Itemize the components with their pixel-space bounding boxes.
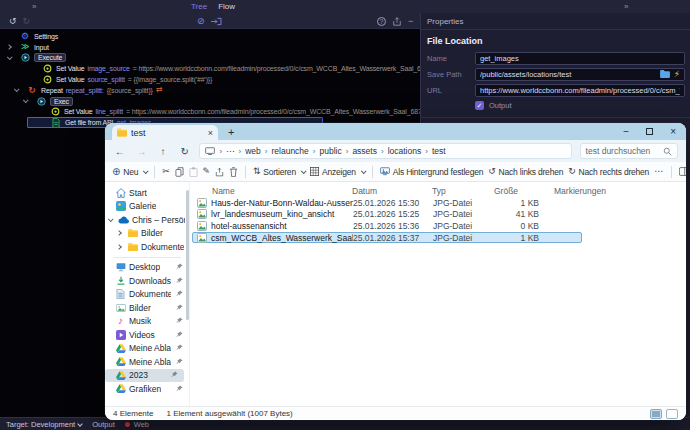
expander[interactable]: [6, 45, 20, 49]
tree-row-set-value-line-splitt[interactable]: Set Valueline_splitt= https://www.worldc…: [0, 107, 420, 118]
back-icon[interactable]: ←: [113, 146, 127, 157]
sidebar-item-label: 2023: [129, 370, 148, 380]
toolbar-copy-icon-button[interactable]: [175, 167, 184, 177]
sidebar-item-downloads[interactable]: Downloads: [105, 274, 189, 288]
forward-icon[interactable]: →: [135, 146, 149, 157]
sidebar-item-desktop[interactable]: Desktop: [105, 261, 189, 275]
column-header-markierungen[interactable]: Markierungen: [540, 186, 610, 196]
expander[interactable]: [108, 218, 115, 222]
minimize-icon[interactable]: −: [623, 126, 629, 137]
tree-row-input[interactable]: ≫Input: [0, 42, 420, 53]
sidebar-item-galerie[interactable]: Galerie: [105, 200, 189, 214]
pin-icon: [174, 263, 185, 270]
expander[interactable]: [22, 99, 36, 103]
breadcrumb-item[interactable]: locations: [388, 146, 422, 156]
close-icon[interactable]: ×: [670, 126, 676, 137]
paste-icon: [189, 167, 198, 177]
breadcrumb-item[interactable]: web: [245, 146, 261, 156]
breadcrumb[interactable]: ›⋯›web›relaunche›public›assets›locations…: [199, 143, 571, 159]
tree-row-settings[interactable]: ⚙Settings: [0, 31, 420, 42]
sidebar-item-meine-ablage-info[interactable]: Meine Ablage (info@: [105, 342, 189, 356]
file-row[interactable]: hotel-aussenansicht25.01.2026 15:36JPG-D…: [192, 220, 582, 232]
minimize-panel-icon[interactable]: −: [408, 16, 413, 26]
breadcrumb-separator: ›: [239, 147, 242, 156]
maximize-icon[interactable]: [646, 128, 653, 135]
step-out-icon[interactable]: [211, 17, 222, 26]
redo-icon[interactable]: ↻: [23, 16, 31, 26]
share-icon[interactable]: [392, 17, 402, 26]
refresh-icon[interactable]: ↻: [178, 146, 192, 157]
tab-flow[interactable]: Flow: [218, 2, 235, 11]
toolbar-new-button[interactable]: ⊕Neu: [112, 167, 147, 177]
sidebar-item-2023[interactable]: 2023: [105, 369, 184, 383]
large-icons-view-icon[interactable]: [666, 409, 678, 419]
undo-icon[interactable]: ↺: [9, 16, 17, 26]
collapse-right-icon[interactable]: »: [624, 2, 627, 11]
collapse-left-icon[interactable]: »: [32, 2, 35, 11]
search-input[interactable]: test durchsuchen: [580, 143, 678, 159]
column-header-typ[interactable]: Typ: [432, 186, 494, 196]
tree-row-set-value-image-source[interactable]: Set Valueimage_source= https://www.world…: [0, 63, 420, 74]
toolbar-paste-icon-button[interactable]: [189, 167, 198, 177]
tab-tree[interactable]: Tree: [191, 2, 207, 11]
breadcrumb-item[interactable]: ⋯: [226, 146, 235, 156]
tree-row-value: = {{image_source.split('##')}}: [128, 76, 212, 83]
field-input[interactable]: /public/assets/locations/test⚡: [475, 68, 685, 81]
target-selector[interactable]: Target: Development: [6, 420, 82, 429]
checkbox-checked-icon[interactable]: ✓: [475, 101, 484, 110]
sidebar-item-videos[interactable]: Videos: [105, 328, 189, 342]
sidebar-item-start[interactable]: Start: [105, 186, 189, 200]
field-input[interactable]: get_images: [475, 52, 685, 65]
expander[interactable]: [13, 88, 27, 92]
toolbar-more-icon-button[interactable]: ⋯: [654, 167, 664, 176]
tree-row-repeat[interactable]: ↻Repeatrepeat_splitt:{{source_splitt}}⇄: [0, 85, 420, 96]
toolbar-rotate-right-button[interactable]: ↻Nach rechts drehen: [568, 167, 649, 177]
new-tab-button[interactable]: +: [228, 127, 234, 137]
toolbar-rename-icon-button[interactable]: ✎: [203, 167, 210, 176]
field-input[interactable]: https://www.worldccbonn.com/fileadmin/pr…: [475, 84, 685, 97]
column-header-gr-e[interactable]: Größe: [494, 186, 540, 196]
file-row[interactable]: csm_WCCB_Altes_Wasserwerk_Saal_68798c8c6…: [192, 232, 582, 244]
breadcrumb-item[interactable]: assets: [352, 146, 377, 156]
expander[interactable]: [117, 245, 124, 249]
breadcrumb-item[interactable]: public: [320, 146, 342, 156]
toolbar-share-icon-button[interactable]: [215, 167, 224, 177]
breadcrumb-item[interactable]: relaunche: [271, 146, 308, 156]
sidebar-item-grafiken[interactable]: Grafiken: [105, 382, 189, 396]
expander[interactable]: [117, 231, 124, 235]
details-view-icon[interactable]: [650, 409, 662, 419]
file-row[interactable]: lvr_landesmuseum_kino_ansicht25.01.2026 …: [192, 209, 582, 221]
up-icon[interactable]: ↑: [156, 146, 170, 157]
sidebar-scrollbar[interactable]: [186, 190, 189, 320]
toolbar-sort-button[interactable]: ⇅Sortieren: [253, 167, 305, 177]
breadcrumb-item[interactable]: test: [432, 146, 446, 156]
toolbar-trash-icon-button[interactable]: [229, 167, 238, 177]
sidebar-item-meine-ablage-christi[interactable]: Meine Ablage (christi: [105, 355, 189, 369]
output-tab[interactable]: Output: [92, 420, 115, 429]
output-checkbox-row[interactable]: ✓ Output: [421, 98, 690, 112]
column-header-name[interactable]: Name: [212, 186, 352, 196]
tab-close-icon[interactable]: ×: [208, 128, 213, 138]
tree-row-set-value-source-splitt[interactable]: Set Valuesource_splitt= {{image_source.s…: [0, 74, 420, 85]
toolbar-rotate-left-button[interactable]: ↺Nach links drehen: [488, 167, 563, 177]
field-value: get_images: [480, 54, 680, 63]
toolbar-details-button[interactable]: Details: [679, 167, 686, 177]
sidebar-item-dokumente[interactable]: Dokumente: [105, 240, 189, 254]
disable-icon[interactable]: ⊘: [197, 16, 205, 26]
toolbar-cut-icon-button[interactable]: ✂: [162, 167, 169, 176]
sidebar-item-musik[interactable]: ♪Musik: [105, 315, 189, 329]
tree-row-execute[interactable]: Execute: [0, 53, 420, 64]
explorer-tab-test[interactable]: test ×: [112, 125, 218, 140]
toolbar-wallpaper-button[interactable]: Als Hintergrund festlegen: [380, 167, 483, 177]
sidebar-item-bilder[interactable]: Bilder: [105, 227, 189, 241]
column-header-datum[interactable]: Datum: [352, 186, 432, 196]
expander[interactable]: [6, 56, 20, 60]
tree-row-exec[interactable]: Exec: [0, 96, 420, 107]
sidebar-item-dokumente[interactable]: Dokumente: [105, 288, 189, 302]
sidebar-item-bilder[interactable]: Bilder: [105, 301, 189, 315]
section-file-location: File Location: [421, 30, 690, 50]
toolbar-view-button[interactable]: Anzeigen: [310, 167, 365, 177]
help-icon[interactable]: ?: [377, 17, 386, 26]
sidebar-item-chris-pers-nlich[interactable]: Chris – Persönlich: [105, 213, 189, 227]
file-row[interactable]: Haus-der-Natur-Bonn-Waldau-Aussenansicht…: [192, 197, 582, 209]
